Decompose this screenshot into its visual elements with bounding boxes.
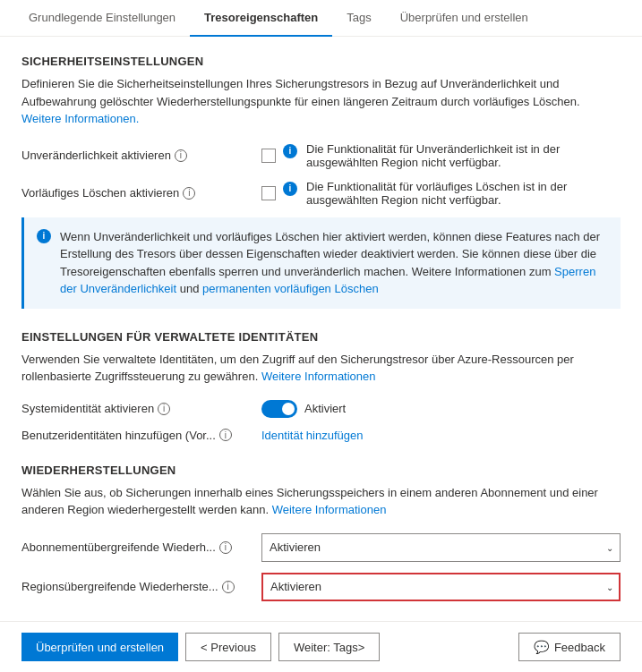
unveraenderlichkeit-row: Unveränderlichkeit aktivieren i i Die Fu… — [21, 142, 621, 169]
vorlaeufigesloeschen-info-blue-icon: i — [283, 182, 297, 196]
unveraenderlichkeit-label: Unveränderlichkeit aktivieren i — [21, 149, 254, 162]
vorlaeufigesloeschen-checkbox[interactable] — [261, 186, 276, 200]
tab-grundlegende[interactable]: Grundlegende Einstellungen — [14, 0, 190, 37]
benutzeridentitaeten-label: Benutzeridentitäten hinzufügen (Vor... i — [21, 429, 254, 442]
feedback-icon: 💬 — [534, 640, 549, 654]
systemidentitaet-toggle-label: Aktiviert — [304, 402, 346, 415]
regions-row: Regionsübergreifende Wiederherste... i A… — [21, 573, 621, 601]
identitaeten-desc-link[interactable]: Weitere Informationen — [261, 370, 376, 383]
vorlaeufigesloeschen-info: i Die Funktionalität für vorläufiges Lös… — [283, 180, 621, 207]
regions-info-icon[interactable]: i — [222, 581, 235, 593]
wiederherstellungen-title: WIEDERHERSTELLUNGEN — [21, 464, 621, 477]
unveraenderlichkeit-info-blue-icon: i — [283, 144, 297, 158]
sicherheit-title: SICHERHEITSEINSTELLUNGEN — [21, 55, 621, 68]
benutzeridentitaeten-info-icon[interactable]: i — [219, 429, 232, 441]
next-button[interactable]: Weiter: Tags> — [278, 633, 380, 661]
abonnement-select-wrapper: Aktivieren Deaktivieren ⌄ — [261, 533, 621, 562]
systemidentitaet-row: Systemidentität aktivieren i Aktiviert — [21, 400, 621, 418]
regions-label: Regionsübergreifende Wiederherste... i — [21, 580, 254, 593]
regions-select[interactable]: Aktivieren Deaktivieren — [261, 573, 621, 601]
feedback-button[interactable]: 💬 Feedback — [518, 633, 621, 661]
identitaeten-title: EINSTELLUNGEN FÜR VERWALTETE IDENTITÄTEN — [21, 330, 621, 344]
vorlaeufigesloeschen-info-text: Die Funktionalität für vorläufiges Lösch… — [306, 180, 621, 207]
tab-ueberpruefen[interactable]: Überprüfen und erstellen — [386, 0, 543, 37]
tab-tresoreigenschaften[interactable]: Tresoreigenschaften — [190, 0, 332, 37]
abonnement-select[interactable]: Aktivieren Deaktivieren — [261, 533, 621, 562]
vorlaeufigesloeschen-info-icon[interactable]: i — [183, 187, 195, 200]
abonnement-row: Abonnementübergreifende Wiederh... i Akt… — [21, 533, 621, 562]
wiederherstellungen-desc: Wählen Sie aus, ob Sicherungen innerhalb… — [21, 484, 621, 519]
vorlaeufigesloeschen-label: Vorläufiges Löschen aktivieren i — [21, 186, 254, 200]
tab-tags[interactable]: Tags — [332, 0, 385, 37]
systemidentitaet-toggle[interactable] — [261, 400, 297, 418]
review-button[interactable]: Überprüfen und erstellen — [21, 633, 178, 661]
abonnement-info-icon[interactable]: i — [219, 541, 232, 554]
vorlaeufigesloeschen-row: Vorläufiges Löschen aktivieren i i Die F… — [21, 180, 621, 207]
sicherheit-info-box-text: Wenn Unveränderlichkeit und vorläufiges … — [60, 228, 608, 298]
footer: Überprüfen und erstellen < Previous Weit… — [0, 621, 642, 672]
sicherheit-desc: Definieren Sie die Sicherheitseinstellun… — [21, 75, 621, 128]
unveraenderlichkeit-info: i Die Funktionalität für Unveränderlichk… — [283, 142, 621, 169]
benutzeridentitaeten-row: Benutzeridentitäten hinzufügen (Vor... i… — [21, 429, 621, 442]
systemidentitaet-label: Systemidentität aktivieren i — [21, 402, 254, 415]
sicherheit-desc-link[interactable]: Weitere Informationen. — [21, 112, 139, 125]
unveraenderlichkeit-info-text: Die Funktionalität für Unveränderlichkei… — [306, 142, 621, 169]
sicherheit-info-box: i Wenn Unveränderlichkeit und vorläufige… — [21, 217, 621, 309]
benutzeridentitaeten-link[interactable]: Identität hinzufügen — [261, 429, 363, 442]
systemidentitaet-toggle-wrapper: Aktiviert — [261, 400, 346, 418]
vorlaeufigesloeschen-right: i Die Funktionalität für vorläufiges Lös… — [261, 180, 621, 207]
previous-button[interactable]: < Previous — [185, 633, 271, 661]
systemidentitaet-info-icon[interactable]: i — [158, 403, 170, 415]
wiederherstellungen-desc-link[interactable]: Weitere Informationen — [272, 503, 387, 516]
unveraenderlichkeit-right: i Die Funktionalität für Unveränderlichk… — [261, 142, 621, 169]
unveraenderlichkeit-checkbox[interactable] — [261, 149, 276, 163]
identitaeten-desc: Verwenden Sie verwaltete Identitäten, um… — [21, 351, 621, 386]
sicherheit-info-box-icon: i — [37, 229, 51, 243]
abonnement-label: Abonnementübergreifende Wiederh... i — [21, 540, 254, 554]
tab-bar: Grundlegende Einstellungen Tresoreigensc… — [0, 0, 642, 37]
sicherheit-link2[interactable]: permanenten vorläufigen Löschen — [202, 282, 379, 295]
regions-select-wrapper: Aktivieren Deaktivieren ⌄ — [261, 573, 621, 601]
unveraenderlichkeit-info-icon[interactable]: i — [175, 149, 187, 162]
